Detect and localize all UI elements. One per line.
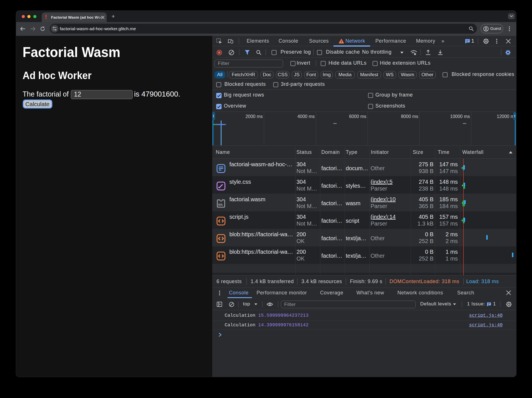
svg-text:WA: WA bbox=[218, 203, 223, 206]
